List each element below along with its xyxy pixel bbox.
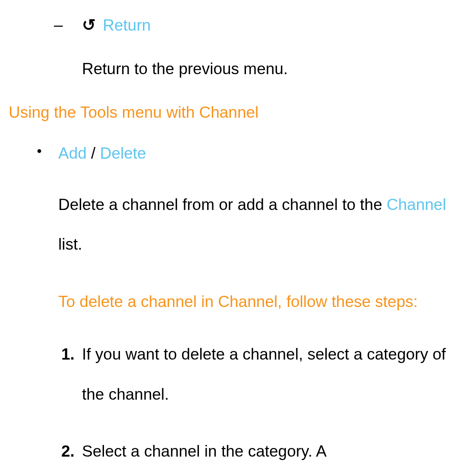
desc-part1: Delete a channel from or add a channel t… xyxy=(58,196,387,213)
add-delete-item: Add / Delete Delete a channel from or ad… xyxy=(35,141,457,472)
step-text: Select a channel in the category. A xyxy=(82,442,327,460)
separator: / xyxy=(87,144,100,162)
return-icon: ↺ xyxy=(82,13,96,38)
add-delete-title: Add / Delete xyxy=(58,141,457,166)
return-item: ↺ Return Return to the previous menu. xyxy=(54,13,457,81)
return-description: Return to the previous menu. xyxy=(82,57,457,81)
step-2: 2. Select a channel in the category. A xyxy=(58,432,457,472)
return-label: Return xyxy=(103,16,151,34)
step-1: 1. If you want to delete a channel, sele… xyxy=(58,335,457,414)
desc-part2: list. xyxy=(58,235,82,253)
step-number: 2. xyxy=(61,432,75,472)
section-heading: Using the Tools menu with Channel xyxy=(9,100,457,125)
step-number: 1. xyxy=(61,335,75,375)
add-delete-description: Delete a channel from or add a channel t… xyxy=(58,185,457,265)
delete-label: Delete xyxy=(100,144,146,162)
delete-steps-heading: To delete a channel in Channel, follow t… xyxy=(58,282,457,322)
step-text: If you want to delete a channel, select … xyxy=(82,345,446,403)
add-label: Add xyxy=(58,144,87,162)
channel-link: Channel xyxy=(387,196,446,213)
